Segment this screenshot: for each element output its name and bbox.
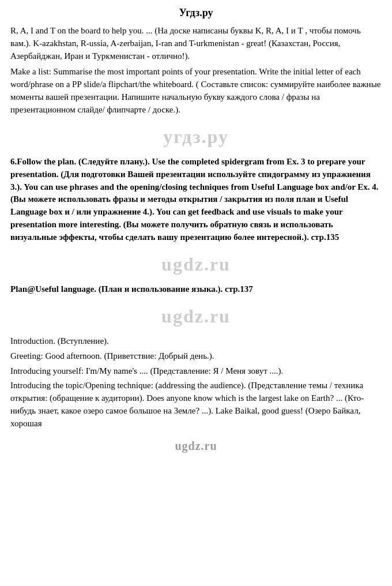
- introduction-label: Introduction. (Вступление).: [10, 335, 382, 348]
- watermark-bottom: ugdz.ru: [10, 438, 382, 454]
- greeting: Greeting: Good afternoon. (Приветствие: …: [10, 350, 382, 363]
- watermark-1-text: угдз.ру: [163, 126, 229, 147]
- watermark-2: ugdz.ru: [10, 251, 382, 277]
- introducing-topic: Introducing the topic/Opening technique:…: [10, 380, 382, 430]
- watermark-2-text: ugdz.ru: [161, 254, 231, 275]
- introducing-yourself: Introducing yourself: I'm/My name's ....…: [10, 365, 382, 378]
- watermark-1: угдз.ру: [10, 124, 382, 150]
- para1: R, A, I and T on the board to help you. …: [10, 25, 382, 62]
- watermark-3-text: ugdz.ru: [161, 306, 231, 326]
- para3-bold: 6.Follow the plan. (Следуйте плану.). Us…: [10, 156, 382, 243]
- watermark-bottom-text: ugdz.ru: [175, 440, 217, 452]
- plan-useful-language-title: Plan@Useful language. (План и использова…: [10, 283, 382, 295]
- para2: Make a list: Summarise the most importan…: [10, 66, 382, 116]
- watermark-3: ugdz.ru: [10, 303, 382, 329]
- site-title: Угдз.ру: [10, 6, 382, 20]
- page-container: Угдз.ру R, A, I and T on the board to he…: [0, 0, 392, 463]
